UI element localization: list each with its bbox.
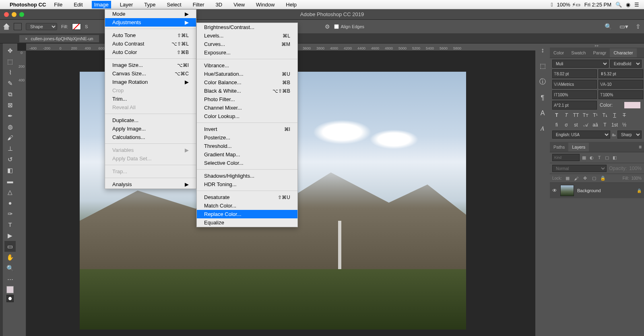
kerning-field[interactable]: V/A▾	[552, 80, 597, 89]
menu-item-gradient-map-[interactable]: Gradient Map...	[197, 150, 297, 159]
menu-item-black-white-[interactable]: Black & White...⌥⇧⌘B	[197, 87, 297, 95]
menu-edit[interactable]: Edit	[71, 1, 85, 8]
menu-item-equalize[interactable]: Equalize	[197, 218, 297, 227]
font-size-field[interactable]: T▾	[552, 69, 597, 78]
stylistic-button[interactable]: st	[572, 121, 580, 129]
marquee-tool[interactable]: ⬚	[4, 56, 16, 67]
panel-menu-icon[interactable]: ≡	[639, 144, 642, 150]
layer-kind-filter[interactable]	[552, 154, 580, 161]
menu-view[interactable]: View	[231, 1, 247, 8]
spotlight-icon[interactable]: 🔍	[615, 2, 622, 8]
foreground-color[interactable]	[6, 286, 14, 293]
menu-item-adjustments[interactable]: Adjustments▶	[105, 18, 196, 27]
menu-item-auto-contrast[interactable]: Auto Contrast⌥⇧⌘L	[105, 39, 196, 48]
italic-button[interactable]: T	[562, 111, 571, 119]
menu-item-calculations-[interactable]: Calculations...	[105, 133, 196, 141]
tab-swatches[interactable]: Swatch	[568, 48, 589, 57]
menu-item-brightness-contrast-[interactable]: Brightness/Contrast...	[197, 23, 297, 31]
layer-row-background[interactable]: 👁 Background 🔒	[550, 183, 644, 198]
history-icon[interactable]: ↕	[541, 47, 544, 54]
menu-filter[interactable]: Filter	[190, 1, 207, 8]
eyedropper-tool[interactable]: ✒	[4, 110, 16, 121]
menu-help[interactable]: Help	[283, 1, 299, 8]
maximize-button[interactable]	[19, 12, 24, 17]
notification-icon[interactable]: ☰	[634, 2, 639, 8]
hscale-field[interactable]: T	[599, 90, 643, 99]
menu-item-replace-color-[interactable]: Replace Color...	[197, 210, 297, 218]
menu-item-color-balance-[interactable]: Color Balance...⌘B	[197, 78, 297, 87]
wifi-icon[interactable]: 􀙇	[551, 2, 553, 8]
adjust-filter-icon[interactable]: ◐	[588, 155, 595, 160]
tab-color[interactable]: Color	[550, 48, 568, 57]
menu-item-analysis[interactable]: Analysis▶	[105, 180, 196, 189]
gradient-tool[interactable]: ▬	[4, 176, 16, 187]
menu-item-vibrance-[interactable]: Vibrance...	[197, 61, 297, 70]
menu-item-canvas-size-[interactable]: Canvas Size...⌥⌘C	[105, 69, 196, 78]
tab-paragraph[interactable]: Paragr	[589, 48, 610, 57]
text-color-swatch[interactable]	[624, 102, 640, 108]
rectangle-tool[interactable]: ▭	[4, 241, 16, 252]
ot-button[interactable]: σ	[562, 121, 571, 129]
quick-select-tool[interactable]: ✎	[4, 78, 16, 89]
menu-item-color-lookup-[interactable]: Color Lookup...	[197, 112, 297, 120]
lock-paint-icon[interactable]: 🖌	[573, 176, 580, 181]
ligature-button[interactable]: fi	[552, 121, 561, 129]
home-icon[interactable]	[3, 23, 10, 30]
menu-image[interactable]: Image	[92, 1, 111, 8]
app-name[interactable]: Photoshop CC	[10, 2, 46, 8]
menu-item-image-rotation[interactable]: Image Rotation▶	[105, 78, 196, 86]
menu-item-duplicate-[interactable]: Duplicate...	[105, 116, 196, 124]
menu-item-channel-mixer-[interactable]: Channel Mixer...	[197, 104, 297, 112]
menu-window[interactable]: Window	[254, 1, 277, 8]
font-weight-select[interactable]: ExtraBold	[610, 60, 642, 68]
underline-button[interactable]: T	[610, 111, 619, 119]
half-button[interactable]: ½	[620, 121, 629, 129]
lock-transparency-icon[interactable]: ▦	[564, 176, 571, 181]
smallcaps-button[interactable]: Tᴛ	[581, 111, 590, 119]
leading-field[interactable]: ⬍▾	[599, 69, 643, 78]
hand-tool[interactable]: ✋	[4, 252, 16, 263]
lasso-tool[interactable]: ⌇	[4, 67, 16, 78]
lock-position-icon[interactable]: ✥	[582, 176, 588, 181]
info-icon[interactable]: ⓘ	[539, 78, 546, 86]
antialiasing-select[interactable]: Sharp	[617, 131, 642, 139]
visibility-toggle[interactable]: 👁	[552, 188, 557, 193]
menu-file[interactable]: File	[52, 1, 65, 8]
shape-mode-select[interactable]: Shape	[26, 23, 57, 30]
language-select[interactable]: English: USA	[552, 131, 610, 139]
menu-item-invert[interactable]: Invert⌘I	[197, 125, 297, 133]
pen-tool[interactable]: ✑	[4, 208, 16, 219]
brush-tool[interactable]: 🖌	[4, 132, 16, 143]
tool-preset-picker[interactable]	[14, 23, 22, 30]
blend-mode-select[interactable]: Normal	[552, 165, 607, 172]
fill-swatch[interactable]	[72, 23, 81, 30]
smart-filter-icon[interactable]: ◧	[611, 155, 618, 160]
menu-item-auto-tone[interactable]: Auto Tone⇧⌘L	[105, 31, 196, 39]
tab-layers[interactable]: Layers	[568, 143, 589, 151]
glyph-icon[interactable]: A	[541, 110, 545, 117]
search-icon[interactable]: 🔍	[605, 23, 612, 30]
battery-status[interactable]: 100% ⚡︎▭	[557, 2, 580, 8]
minimize-button[interactable]	[12, 12, 17, 17]
layer-thumbnail[interactable]	[560, 185, 574, 196]
lock-icon[interactable]: 🔒	[637, 189, 642, 193]
shape-filter-icon[interactable]: ▢	[604, 155, 610, 160]
menu-select[interactable]: Select	[164, 1, 184, 8]
menu-3d[interactable]: 3D	[213, 1, 225, 8]
path-select-tool[interactable]: ▶	[4, 230, 16, 241]
menu-item-curves-[interactable]: Curves...⌘M	[197, 40, 297, 48]
dodge-tool[interactable]: ●	[4, 197, 16, 208]
eraser-tool[interactable]: ◧	[4, 165, 16, 176]
share-icon[interactable]: ⇧	[636, 23, 641, 30]
menu-item-exposure-[interactable]: Exposure...	[197, 48, 297, 57]
tab-paths[interactable]: Paths	[550, 143, 568, 151]
move-tool[interactable]: ✥	[4, 45, 16, 56]
menu-item-threshold-[interactable]: Threshold...	[197, 142, 297, 150]
menu-item-posterize-[interactable]: Posterize...	[197, 133, 297, 142]
workspace-icon[interactable]: ▭▾	[619, 23, 628, 30]
blur-tool[interactable]: △	[4, 187, 16, 197]
menu-item-auto-color[interactable]: Auto Color⇧⌘B	[105, 48, 196, 56]
font-family-select[interactable]: Muli	[552, 60, 609, 68]
character-style-icon[interactable]: 𝐴	[541, 125, 545, 132]
vscale-field[interactable]: IT	[552, 90, 597, 99]
